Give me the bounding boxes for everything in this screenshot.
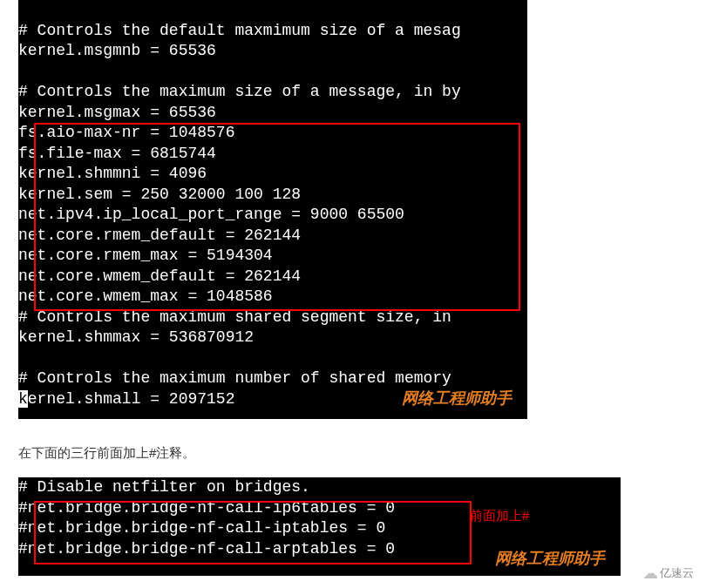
code-line: kernel.shmmni = 4096: [18, 165, 207, 182]
watermark-text: 网络工程师助手: [402, 389, 512, 409]
cursor-char: k: [18, 390, 28, 408]
code-line: # Controls the default maxmimum size of …: [18, 22, 461, 39]
code-line: net.core.wmem_default = 262144: [18, 267, 301, 285]
code-line: #net.bridge.bridge-nf-call-ip6tables = 0: [18, 499, 395, 517]
code-line: net.core.wmem_max = 1048586: [18, 287, 273, 305]
code-line: # Controls the maximum size of a message…: [18, 83, 461, 100]
code-line: fs.aio-max-nr = 1048576: [18, 124, 234, 141]
code-line: kernel.shmmax = 536870912: [18, 328, 254, 346]
code-line-part: # Controls the maximum number o: [18, 369, 310, 387]
terminal-block-2: # Disable netfilter on bridges. #net.bri…: [18, 477, 621, 576]
cloud-icon: ☁: [642, 564, 658, 583]
code-line: net.ipv4.ip_local_port_range = 9000 6550…: [18, 206, 404, 223]
brand-logo: ☁ 亿速云: [642, 564, 694, 583]
code-line-part: ernel.shmall = 2097152: [28, 390, 235, 408]
code-line: net.core.rmem_default = 262144: [18, 226, 301, 244]
code-line: # Controls the maximum shared segment si…: [18, 308, 451, 326]
code-line: net.core.rmem_max = 5194304: [18, 247, 273, 264]
code-line: # Disable netfilter on bridges.: [18, 478, 310, 496]
terminal-block-1: # Controls the default maxmimum size of …: [18, 0, 527, 419]
code-line: kernel.sem = 250 32000 100 128: [18, 186, 301, 203]
code-line: fs.file-max = 6815744: [18, 145, 216, 162]
code-line: #net.bridge.bridge-nf-call-arptables = 0: [18, 540, 395, 558]
instruction-text: 在下面的三行前面加上#注释。: [18, 445, 706, 462]
code-line: kernel.msgmnb = 65536: [18, 42, 216, 59]
watermark-text: 网络工程师助手: [495, 549, 605, 570]
code-line: #net.bridge.bridge-nf-call-iptables = 0: [18, 519, 385, 537]
code-line: kernel.msgmax = 65536: [18, 104, 216, 121]
brand-text: 亿速云: [660, 565, 694, 581]
red-annotation: 前面加上#: [470, 505, 529, 526]
code-line-overlap: f shared memory: [310, 369, 451, 387]
